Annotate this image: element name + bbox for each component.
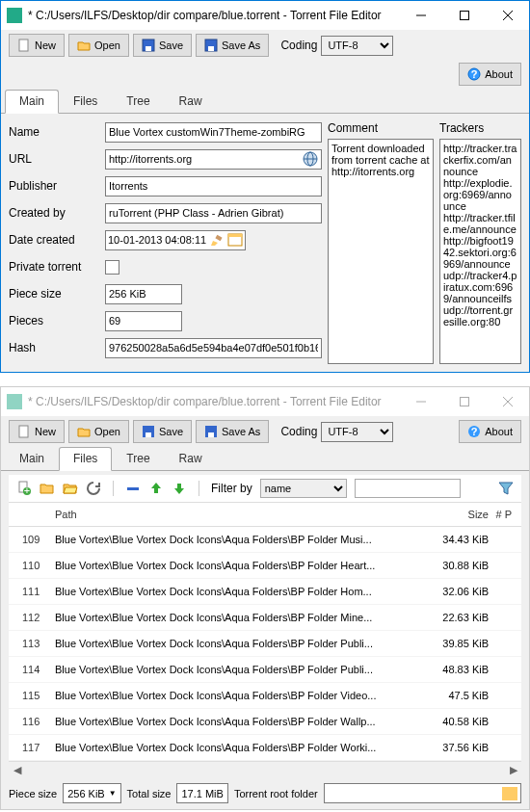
save-button[interactable]: Save (133, 34, 192, 57)
table-row[interactable]: 117Blue Vortex\Blue Vortex Dock Icons\Aq… (9, 735, 521, 761)
coding-label: Coding (280, 39, 317, 52)
tab-files[interactable]: Files (59, 90, 112, 113)
header-path[interactable]: Path (55, 509, 421, 520)
saveas-button[interactable]: Save As (196, 34, 269, 57)
table-row[interactable]: 114Blue Vortex\Blue Vortex Dock Icons\Aq… (9, 657, 521, 683)
open-button[interactable]: Open (68, 34, 129, 57)
url-input[interactable] (106, 150, 302, 169)
tab-raw[interactable]: Raw (165, 90, 217, 113)
svg-text:+: + (24, 485, 30, 496)
row-index: 115 (22, 690, 55, 701)
row-path: Blue Vortex\Blue Vortex Dock Icons\Aqua … (55, 612, 421, 623)
horizontal-scrollbar[interactable]: ◀ ▶ (9, 761, 521, 777)
rootfolder-input[interactable] (324, 783, 521, 803)
maximize-button-2[interactable] (442, 387, 486, 416)
trackers-textarea[interactable]: http://tracker.trackerfix.com/announce h… (439, 139, 521, 364)
row-path: Blue Vortex\Blue Vortex Dock Icons\Aqua … (55, 742, 421, 753)
close-button-2[interactable] (486, 387, 529, 416)
left-column: Name URL Publisher Created by Date creat… (9, 121, 322, 364)
tab-tree[interactable]: Tree (112, 90, 164, 113)
new-button[interactable]: New (9, 34, 65, 57)
svg-rect-14 (216, 235, 223, 241)
url-wrap (105, 149, 322, 170)
status-piecesize-select[interactable]: 256 KiB▼ (63, 783, 120, 803)
separator (199, 481, 199, 496)
row-size: 30.88 KiB (421, 560, 489, 571)
about-button[interactable]: ?About (459, 63, 521, 86)
close-button[interactable] (486, 1, 529, 30)
filterby-select[interactable]: name (260, 479, 347, 498)
comment-textarea[interactable]: Torrent downloaded from torrent cache at… (328, 139, 434, 364)
pieces-label: Pieces (9, 314, 105, 327)
piecesize-input[interactable] (105, 284, 182, 304)
tab-raw-2[interactable]: Raw (165, 447, 217, 470)
calendar-icon[interactable] (227, 232, 243, 248)
row-path: Blue Vortex\Blue Vortex Dock Icons\Aqua … (55, 716, 421, 727)
move-down-icon[interactable] (172, 481, 187, 496)
table-row[interactable]: 112Blue Vortex\Blue Vortex Dock Icons\Aq… (9, 605, 521, 631)
scroll-right-icon[interactable]: ▶ (505, 762, 521, 778)
createdby-input[interactable] (105, 203, 322, 223)
add-folder-icon[interactable] (40, 481, 55, 496)
app-icon (7, 8, 22, 23)
new-button-2[interactable]: New (9, 420, 65, 443)
saveas-icon (204, 425, 218, 438)
minimize-button[interactable] (399, 1, 442, 30)
tabs: Main Files Tree Raw (1, 90, 529, 114)
table-row[interactable]: 111Blue Vortex\Blue Vortex Dock Icons\Aq… (9, 579, 521, 605)
coding-select[interactable]: UTF-8 (321, 36, 393, 56)
save-button-2[interactable]: Save (133, 420, 192, 443)
row-size: 37.56 KiB (421, 742, 489, 753)
hash-input[interactable] (105, 338, 322, 358)
name-input[interactable] (105, 122, 322, 143)
status-rootfolder-label: Torrent root folder (234, 788, 318, 799)
maximize-button[interactable] (442, 1, 486, 30)
refresh-icon[interactable] (86, 481, 101, 496)
new-icon (17, 425, 31, 438)
coding-select-2[interactable]: UTF-8 (321, 422, 393, 442)
open-icon (77, 39, 91, 52)
header-size[interactable]: Size (421, 509, 489, 520)
table-row[interactable]: 116Blue Vortex\Blue Vortex Dock Icons\Aq… (9, 709, 521, 735)
table-row[interactable]: 110Blue Vortex\Blue Vortex Dock Icons\Aq… (9, 553, 521, 579)
private-checkbox[interactable] (105, 260, 119, 275)
publisher-input[interactable] (105, 176, 322, 196)
about-button-2[interactable]: ?About (459, 420, 521, 443)
window-title-2: * C:/Users/ILFS/Desktop/dir compare/blue… (28, 395, 399, 408)
svg-rect-6 (146, 46, 151, 51)
add-file-icon[interactable]: + (16, 481, 32, 496)
brush-icon[interactable] (209, 232, 225, 248)
tab-main-2[interactable]: Main (5, 447, 59, 470)
minimize-button-2[interactable] (399, 387, 442, 416)
status-piecesize-label: Piece size (9, 788, 57, 799)
tab-files-2[interactable]: Files (59, 447, 112, 471)
saveas-button-2[interactable]: Save As (196, 420, 269, 443)
open-folder-icon[interactable] (63, 481, 78, 496)
move-up-icon[interactable] (148, 481, 164, 496)
coding-label-2: Coding (280, 425, 317, 438)
funnel-icon[interactable] (498, 481, 514, 496)
table-row[interactable]: 113Blue Vortex\Blue Vortex Dock Icons\Aq… (9, 631, 521, 657)
status-totalsize-label: Total size (127, 788, 172, 799)
pieces-input[interactable] (105, 311, 182, 331)
trackers-label: Trackers (439, 121, 521, 135)
row-size: 32.06 KiB (421, 586, 489, 597)
globe-icon[interactable] (302, 150, 319, 168)
filterby-label: Filter by (211, 482, 252, 495)
table-row[interactable]: 109Blue Vortex\Blue Vortex Dock Icons\Aq… (9, 527, 521, 553)
filter-input[interactable] (355, 479, 461, 498)
date-wrap[interactable]: 10-01-2013 04:08:11 (105, 230, 246, 250)
toolbar-2: New Open Save Save As Coding UTF-8 ?Abou… (1, 416, 529, 447)
about-bar: ?About (1, 61, 529, 90)
scroll-left-icon[interactable]: ◀ (9, 762, 25, 778)
header-pieces[interactable]: # P (489, 509, 517, 520)
folder-icon[interactable] (502, 787, 517, 800)
row-size: 47.5 KiB (421, 690, 489, 701)
open-button-2[interactable]: Open (68, 420, 129, 443)
table-row[interactable]: 115Blue Vortex\Blue Vortex Dock Icons\Aq… (9, 683, 521, 709)
remove-icon[interactable] (125, 481, 141, 496)
open-icon (77, 425, 91, 438)
svg-rect-21 (19, 426, 28, 437)
tab-tree-2[interactable]: Tree (112, 447, 164, 470)
tab-main[interactable]: Main (5, 90, 59, 114)
